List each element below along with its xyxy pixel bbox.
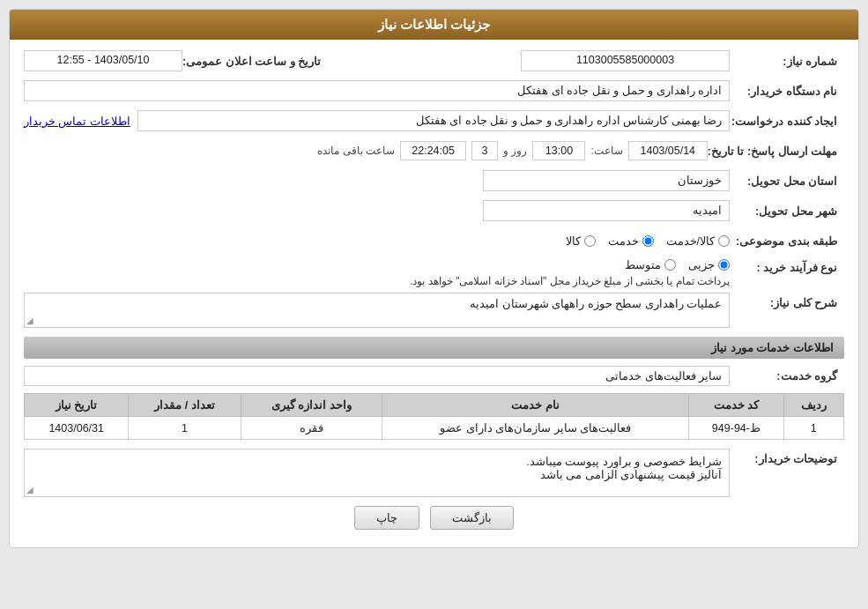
- noe-motawaset-radio[interactable]: [664, 259, 676, 271]
- page-title: جزئیات اطلاعات نیاز: [378, 17, 490, 32]
- noe-jozii-label: جزیی: [688, 258, 715, 271]
- bazgasht-button[interactable]: بازگشت: [430, 506, 514, 530]
- table-cell-4: 1: [129, 417, 241, 440]
- chap-button[interactable]: چاپ: [354, 506, 419, 530]
- ijad-value: رضا بهمنی کارشناس اداره راهداری و حمل و …: [137, 110, 730, 131]
- col-radif: ردیف: [783, 394, 843, 417]
- rooz-value: 3: [471, 141, 498, 160]
- noe-farayand-label: نوع فرآیند خرید :: [730, 258, 844, 274]
- tabaqe-radio-group: کالا/خدمت خدمت کالا: [24, 234, 730, 248]
- tabaqe-kala-khadamat-radio[interactable]: [718, 235, 730, 247]
- items-table: ردیف کد خدمت نام خدمت واحد اندازه گیری ت…: [24, 393, 844, 440]
- resize-icon-2: ◢: [26, 485, 33, 494]
- tarikh-elan-value: 1403/05/10 - 12:55: [24, 50, 182, 71]
- col-naam: نام خدمت: [382, 394, 689, 417]
- noe-motawaset-label: متوسط: [625, 258, 661, 271]
- tarikh-value: 1403/05/14: [628, 141, 708, 160]
- tawzih-label: توضیحات خریدار:: [730, 449, 844, 465]
- col-vahed: واحد اندازه گیری: [241, 394, 382, 417]
- tabaqe-kala-option[interactable]: کالا: [566, 234, 596, 248]
- saat-value: 13:00: [532, 141, 585, 160]
- shomara-niaz-value: 1103005585000003: [521, 50, 730, 71]
- nam-dastgah-label: نام دستگاه خریدار:: [730, 85, 844, 98]
- tarikh-elan-label: تاریخ و ساعت اعلان عمومی:: [182, 55, 328, 68]
- table-row: 1ط-94-949فعالیت‌های سایر سازمان‌های دارا…: [25, 417, 844, 440]
- col-tarikh: تاریخ نیاز: [25, 394, 129, 417]
- resize-icon: ◢: [26, 316, 33, 325]
- mohlat-label: مهلت ارسال پاسخ: تا تاریخ:: [708, 145, 844, 158]
- col-kod: کد خدمت: [689, 394, 783, 417]
- baqi-label: ساعت باقی مانده: [317, 145, 395, 157]
- saat-label: ساعت:: [590, 145, 622, 157]
- tabaqe-kala-khadamat-option[interactable]: کالا/خدمت: [666, 234, 730, 248]
- page-header: جزئیات اطلاعات نیاز: [10, 10, 858, 40]
- goroh-value: سایر فعالیت‌های خدماتی: [24, 366, 730, 386]
- tabaqe-kala-radio[interactable]: [584, 235, 596, 247]
- tabaqe-label: طبقه بندی موضوعی:: [730, 234, 844, 248]
- service-section-title: اطلاعات خدمات مورد نیاز: [24, 337, 844, 359]
- ostan-label: استان محل تحویل:: [730, 175, 844, 188]
- noe-motawaset-option[interactable]: متوسط: [625, 258, 676, 271]
- table-cell-1: ط-94-949: [689, 417, 783, 440]
- ostan-value: خوزستان: [483, 170, 730, 191]
- tawzih-box: شرایط خصوصی و براورد پیوست میباشد. آنالی…: [24, 449, 730, 497]
- sharh-box: عملیات راهداری سطح حوزه راههای شهرستان ا…: [24, 293, 730, 328]
- tawzih-line2: آنالیز قیمت پیشنهادی الزامی می باشد: [32, 468, 722, 481]
- shahr-label: شهر محل تحویل:: [730, 204, 844, 218]
- table-cell-3: فقره: [241, 417, 382, 440]
- rooz-label: روز و: [503, 145, 527, 157]
- baqi-value: 22:24:05: [400, 141, 466, 160]
- sharh-value: عملیات راهداری سطح حوزه راههای شهرستان ا…: [470, 298, 722, 310]
- noe-jozii-radio[interactable]: [718, 259, 730, 271]
- ijad-label: ایجاد کننده درخواست:: [730, 115, 844, 128]
- noe-farayand-note: پرداخت تمام یا بخشی از مبلغ خریداز محل "…: [24, 275, 730, 287]
- shahr-value: امیدیه: [483, 200, 730, 221]
- tabaqe-kala-khadamat-label: کالا/خدمت: [666, 234, 715, 248]
- col-tedad: تعداد / مقدار: [129, 394, 241, 417]
- tabaqe-khadamat-label: خدمت: [608, 234, 639, 248]
- tabaqe-khadamat-radio[interactable]: [642, 235, 654, 247]
- tawzih-line1: شرایط خصوصی و براورد پیوست میباشد.: [32, 455, 722, 468]
- noe-jozii-option[interactable]: جزیی: [688, 258, 730, 271]
- tabaqe-kala-label: کالا: [566, 234, 581, 248]
- shomara-niaz-label: شماره نیاز:: [730, 55, 844, 68]
- buttons-row: بازگشت چاپ: [24, 506, 844, 538]
- ijad-link[interactable]: اطلاعات تماس خریدار: [24, 115, 130, 128]
- noe-farayand-radio-group: جزیی متوسط: [24, 258, 730, 271]
- goroh-label: گروه خدمت:: [730, 369, 844, 382]
- table-cell-2: فعالیت‌های سایر سازمان‌های دارای عضو: [382, 417, 689, 440]
- sharh-label: شرح کلی نیاز:: [730, 293, 844, 309]
- tabaqe-khadamat-option[interactable]: خدمت: [608, 234, 654, 248]
- table-cell-5: 1403/06/31: [25, 417, 129, 440]
- table-cell-0: 1: [783, 417, 843, 440]
- nam-dastgah-value: اداره راهداری و حمل و نقل جاده ای هفتکل: [24, 80, 730, 101]
